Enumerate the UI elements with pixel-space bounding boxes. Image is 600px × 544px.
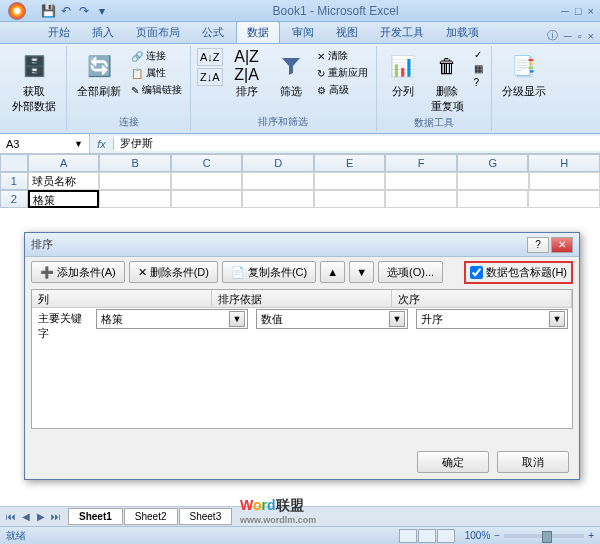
- options-button[interactable]: 选项(O)...: [378, 261, 443, 283]
- cell[interactable]: [457, 190, 529, 208]
- qat-dropdown-icon[interactable]: ▾: [94, 3, 110, 19]
- col-header[interactable]: D: [242, 154, 314, 172]
- remove-duplicates-button[interactable]: 🗑删除 重复项: [427, 48, 468, 116]
- tab-view[interactable]: 视图: [326, 22, 368, 43]
- normal-view-button[interactable]: [399, 529, 417, 543]
- ribbon-restore-icon[interactable]: ▫: [578, 30, 582, 42]
- cell[interactable]: [385, 190, 457, 208]
- cell[interactable]: [171, 190, 243, 208]
- cell[interactable]: [99, 190, 171, 208]
- sort-asc-button[interactable]: A↓Z: [197, 48, 223, 66]
- dialog-close-button[interactable]: ✕: [551, 237, 573, 253]
- cell[interactable]: [528, 190, 600, 208]
- reapply-button[interactable]: ↻重新应用: [315, 65, 370, 81]
- move-down-button[interactable]: ▼: [349, 261, 374, 283]
- whatif-button[interactable]: ?: [472, 76, 485, 89]
- col-header[interactable]: E: [314, 154, 386, 172]
- col-header[interactable]: C: [171, 154, 243, 172]
- cell[interactable]: [314, 172, 386, 190]
- sort-desc-button[interactable]: Z↓A: [197, 68, 223, 86]
- text-to-columns-button[interactable]: 📊分列: [383, 48, 423, 101]
- help-icon[interactable]: ⓘ: [547, 28, 558, 43]
- tab-addins[interactable]: 加载项: [436, 22, 489, 43]
- outline-button[interactable]: 📑分级显示: [498, 48, 550, 101]
- tab-insert[interactable]: 插入: [82, 22, 124, 43]
- row-header[interactable]: 1: [0, 172, 28, 190]
- add-level-button[interactable]: ➕添加条件(A): [31, 261, 125, 283]
- maximize-button[interactable]: □: [575, 5, 582, 17]
- tab-pagelayout[interactable]: 页面布局: [126, 22, 190, 43]
- ribbon-close-icon[interactable]: ×: [588, 30, 594, 42]
- col-header[interactable]: B: [99, 154, 171, 172]
- zoom-in-button[interactable]: +: [588, 530, 594, 541]
- ok-button[interactable]: 确定: [417, 451, 489, 473]
- dialog-titlebar[interactable]: 排序 ? ✕: [25, 233, 579, 257]
- save-icon[interactable]: 💾: [40, 3, 56, 19]
- has-header-label[interactable]: 数据包含标题(H): [486, 265, 567, 280]
- has-header-checkbox[interactable]: [470, 266, 483, 279]
- cell[interactable]: [171, 172, 243, 190]
- tab-data[interactable]: 数据: [236, 21, 280, 43]
- advanced-filter-button[interactable]: ⚙高级: [315, 82, 370, 98]
- row-header[interactable]: 2: [0, 190, 28, 208]
- zoom-out-button[interactable]: −: [494, 530, 500, 541]
- dialog-help-button[interactable]: ?: [527, 237, 549, 253]
- col-header[interactable]: A: [28, 154, 100, 172]
- connections-button[interactable]: 🔗连接: [129, 48, 184, 64]
- sorton-combo[interactable]: 数值▼: [256, 309, 408, 329]
- cell[interactable]: 球员名称: [28, 172, 100, 190]
- filter-button[interactable]: 筛选: [271, 48, 311, 101]
- refresh-all-button[interactable]: 🔄 全部刷新: [73, 48, 125, 101]
- cell[interactable]: [529, 172, 600, 190]
- tab-home[interactable]: 开始: [38, 22, 80, 43]
- formula-bar[interactable]: 罗伊斯: [114, 136, 600, 151]
- col-header[interactable]: F: [385, 154, 457, 172]
- clear-filter-button[interactable]: ✕清除: [315, 48, 370, 64]
- dropdown-arrow-icon[interactable]: ▼: [229, 311, 245, 327]
- tab-formulas[interactable]: 公式: [192, 22, 234, 43]
- cell[interactable]: [314, 190, 386, 208]
- properties-button[interactable]: 📋属性: [129, 65, 184, 81]
- prev-sheet-button[interactable]: ◀: [19, 511, 33, 522]
- cell[interactable]: [457, 172, 529, 190]
- sheet-tab[interactable]: Sheet3: [179, 508, 233, 525]
- cell[interactable]: [385, 172, 457, 190]
- cell[interactable]: [242, 172, 314, 190]
- dropdown-arrow-icon[interactable]: ▼: [389, 311, 405, 327]
- minimize-button[interactable]: ─: [561, 5, 569, 17]
- sheet-tab[interactable]: Sheet2: [124, 508, 178, 525]
- worksheet-grid[interactable]: A B C D E F G H 1 球员名称 2 格策: [0, 154, 600, 210]
- office-button[interactable]: [0, 0, 34, 22]
- delete-level-button[interactable]: ✕删除条件(D): [129, 261, 218, 283]
- next-sheet-button[interactable]: ▶: [34, 511, 48, 522]
- zoom-slider[interactable]: [504, 534, 584, 538]
- get-external-data-button[interactable]: 🗄️ 获取 外部数据: [8, 48, 60, 116]
- dropdown-arrow-icon[interactable]: ▼: [549, 311, 565, 327]
- name-box[interactable]: A3▼: [0, 134, 90, 153]
- last-sheet-button[interactable]: ⏭: [49, 511, 63, 522]
- undo-icon[interactable]: ↶: [58, 3, 74, 19]
- col-header[interactable]: H: [528, 154, 600, 172]
- move-up-button[interactable]: ▲: [320, 261, 345, 283]
- cell[interactable]: [242, 190, 314, 208]
- close-button[interactable]: ×: [588, 5, 594, 17]
- consolidate-button[interactable]: ▦: [472, 62, 485, 75]
- pagelayout-view-button[interactable]: [418, 529, 436, 543]
- tab-review[interactable]: 审阅: [282, 22, 324, 43]
- tab-developer[interactable]: 开发工具: [370, 22, 434, 43]
- cell[interactable]: [99, 172, 171, 190]
- sort-button[interactable]: A|ZZ|A 排序: [227, 48, 267, 101]
- namebox-dropdown-icon[interactable]: ▼: [74, 139, 83, 149]
- order-combo[interactable]: 升序▼: [416, 309, 568, 329]
- edit-links-button[interactable]: ✎编辑链接: [129, 82, 184, 98]
- data-validation-button[interactable]: ✓: [472, 48, 485, 61]
- col-header[interactable]: G: [457, 154, 529, 172]
- column-combo[interactable]: 格策▼: [96, 309, 248, 329]
- fx-button[interactable]: fx: [90, 138, 114, 150]
- cancel-button[interactable]: 取消: [497, 451, 569, 473]
- ribbon-minimize-icon[interactable]: ─: [564, 30, 572, 42]
- cell-selected[interactable]: 格策: [28, 190, 100, 208]
- redo-icon[interactable]: ↷: [76, 3, 92, 19]
- select-all-corner[interactable]: [0, 154, 28, 172]
- copy-level-button[interactable]: 📄复制条件(C): [222, 261, 316, 283]
